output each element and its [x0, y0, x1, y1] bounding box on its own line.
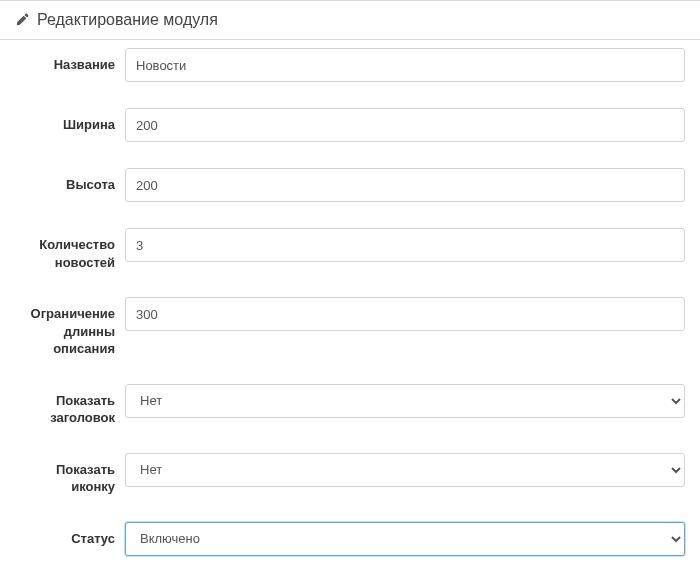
label-status: Статус — [15, 522, 125, 548]
module-edit-panel: Редактирование модуля Название Ширина Вы… — [0, 0, 700, 556]
label-name: Название — [15, 48, 125, 74]
select-show-title[interactable]: Нет — [125, 384, 685, 418]
label-show-icon: Показать иконку — [15, 453, 125, 496]
row-status: Статус Включено — [15, 522, 685, 556]
row-name: Название — [15, 48, 685, 82]
select-status[interactable]: Включено — [125, 522, 685, 556]
select-show-icon[interactable]: Нет — [125, 453, 685, 487]
panel-body: Название Ширина Высота Количество новост… — [0, 39, 700, 556]
input-height[interactable] — [125, 168, 685, 202]
input-news-count[interactable] — [125, 228, 685, 262]
panel-header: Редактирование модуля — [0, 1, 700, 39]
label-width: Ширина — [15, 108, 125, 134]
row-show-title: Показать заголовок Нет — [15, 384, 685, 427]
label-news-count: Количество новостей — [15, 228, 125, 271]
row-width: Ширина — [15, 108, 685, 142]
input-name[interactable] — [125, 48, 685, 82]
label-desc-limit: Ограничение длинны описания — [15, 297, 125, 358]
label-show-title: Показать заголовок — [15, 384, 125, 427]
row-height: Высота — [15, 168, 685, 202]
pencil-icon — [15, 13, 29, 27]
label-height: Высота — [15, 168, 125, 194]
panel-title: Редактирование модуля — [37, 11, 218, 29]
input-width[interactable] — [125, 108, 685, 142]
row-news-count: Количество новостей — [15, 228, 685, 271]
input-desc-limit[interactable] — [125, 297, 685, 331]
row-desc-limit: Ограничение длинны описания — [15, 297, 685, 358]
row-show-icon: Показать иконку Нет — [15, 453, 685, 496]
